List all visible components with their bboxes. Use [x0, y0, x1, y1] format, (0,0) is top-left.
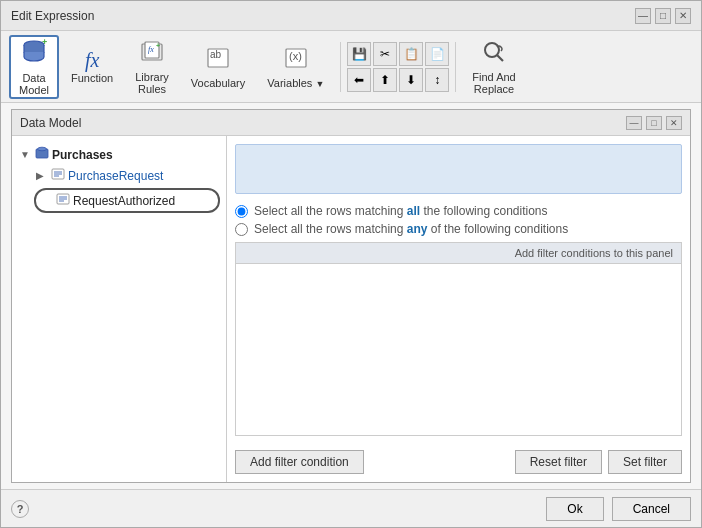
toolbar-find-replace[interactable]: Find AndReplace	[462, 35, 525, 99]
title-bar: Edit Expression — □ ✕	[1, 1, 701, 31]
svg-text:+: +	[156, 42, 160, 49]
tree-item-purchases[interactable]: ▼ Purchases	[16, 144, 222, 165]
bottom-bar: ? Ok Cancel	[1, 489, 701, 527]
sub-minimize-button[interactable]: —	[626, 116, 642, 130]
toolbar-save-group: 💾 ✂ 📋 📄 ⬅ ⬆ ⬇ ↕	[347, 42, 449, 92]
save-button[interactable]: 💾	[347, 42, 371, 66]
sub-close-button[interactable]: ✕	[666, 116, 682, 130]
purchases-expander: ▼	[20, 149, 32, 160]
window-title: Edit Expression	[11, 9, 94, 23]
reset-filter-button[interactable]: Reset filter	[515, 450, 602, 474]
toolbar-function[interactable]: fx Function	[61, 35, 123, 99]
tree-panel: ▼ Purchases ▶	[12, 136, 227, 482]
filter-header: Add filter conditions to this panel	[236, 243, 681, 264]
toolbar-separator-2	[455, 42, 456, 92]
all-accent: all	[407, 204, 420, 218]
purchase-request-icon	[51, 167, 65, 184]
svg-point-13	[38, 147, 47, 151]
preview-box	[235, 144, 682, 194]
help-button[interactable]: ?	[11, 500, 29, 518]
request-authorized-icon	[56, 192, 70, 209]
filter-panel: Add filter conditions to this panel	[235, 242, 682, 436]
minimize-button[interactable]: —	[635, 8, 651, 24]
purchase-request-expander: ▶	[36, 170, 48, 181]
align3-button[interactable]: ⬇	[399, 68, 423, 92]
sub-title-bar: Data Model — □ ✕	[12, 110, 690, 136]
filter-body	[236, 264, 681, 435]
svg-text:+: +	[42, 38, 47, 47]
filter-buttons: Add filter condition Reset filter Set fi…	[235, 450, 682, 474]
purchases-label: Purchases	[52, 148, 113, 162]
data-model-subwindow: Data Model — □ ✕ ▼ P	[11, 109, 691, 483]
toolbar-vocabulary[interactable]: ab Vocabulary	[181, 35, 255, 99]
radio-any-text: Select all the rows matching any of the …	[254, 222, 568, 236]
toolbar-separator-1	[340, 42, 341, 92]
variables-label: Variables ▼	[267, 77, 324, 89]
function-icon: fx	[85, 50, 99, 70]
toolbar-data-model[interactable]: + DataModel	[9, 35, 59, 99]
request-authorized-label: RequestAuthorized	[73, 194, 175, 208]
data-model-label: DataModel	[19, 72, 49, 96]
title-controls: — □ ✕	[635, 8, 691, 24]
add-filter-condition-button[interactable]: Add filter condition	[235, 450, 364, 474]
radio-any[interactable]	[235, 223, 248, 236]
cut-button[interactable]: ✂	[373, 42, 397, 66]
tree-item-request-authorized[interactable]: RequestAuthorized	[34, 188, 220, 213]
ok-button[interactable]: Ok	[546, 497, 603, 521]
radio-all-row[interactable]: Select all the rows matching all the fol…	[235, 204, 682, 218]
find-replace-label: Find AndReplace	[472, 71, 515, 95]
radio-any-row[interactable]: Select all the rows matching any of the …	[235, 222, 682, 236]
align1-button[interactable]: ⬅	[347, 68, 371, 92]
sub-window-controls: — □ ✕	[626, 116, 682, 130]
radio-all-text: Select all the rows matching all the fol…	[254, 204, 548, 218]
svg-point-10	[485, 43, 499, 57]
align4-button[interactable]: ↕	[425, 68, 449, 92]
svg-text:fx: fx	[148, 45, 154, 54]
toolbar-library-rules[interactable]: fx + LibraryRules	[125, 35, 179, 99]
maximize-button[interactable]: □	[655, 8, 671, 24]
function-label: Function	[71, 72, 113, 84]
ok-cancel-group: Ok Cancel	[546, 497, 691, 521]
variables-icon: (x)	[283, 45, 309, 75]
toolbar-variables[interactable]: (x) Variables ▼	[257, 35, 334, 99]
db-icon: +	[20, 38, 48, 70]
tree-item-purchase-request[interactable]: ▶ PurchaseRequest	[16, 165, 222, 186]
purchase-request-label: PurchaseRequest	[68, 169, 163, 183]
sub-maximize-button[interactable]: □	[646, 116, 662, 130]
library-icon: fx +	[139, 39, 165, 69]
copy-button[interactable]: 📋	[399, 42, 423, 66]
any-accent: any	[407, 222, 428, 236]
vocabulary-label: Vocabulary	[191, 77, 245, 89]
right-panel: Select all the rows matching all the fol…	[227, 136, 690, 482]
svg-text:ab: ab	[210, 49, 222, 60]
library-label: LibraryRules	[135, 71, 169, 95]
close-button[interactable]: ✕	[675, 8, 691, 24]
purchases-icon	[35, 146, 49, 163]
sub-window-content: ▼ Purchases ▶	[12, 136, 690, 482]
radio-group: Select all the rows matching all the fol…	[235, 204, 682, 236]
align2-button[interactable]: ⬆	[373, 68, 397, 92]
svg-line-11	[497, 55, 503, 61]
sub-window-title: Data Model	[20, 116, 81, 130]
vocabulary-icon: ab	[205, 45, 231, 75]
cancel-button[interactable]: Cancel	[612, 497, 691, 521]
toolbar: + DataModel fx Function fx + LibraryRule…	[1, 31, 701, 103]
svg-text:(x): (x)	[289, 50, 302, 62]
paste-button[interactable]: 📄	[425, 42, 449, 66]
set-filter-button[interactable]: Set filter	[608, 450, 682, 474]
radio-all[interactable]	[235, 205, 248, 218]
main-window: Edit Expression — □ ✕ + DataModel fx Fun…	[0, 0, 702, 528]
find-replace-icon	[481, 39, 507, 69]
